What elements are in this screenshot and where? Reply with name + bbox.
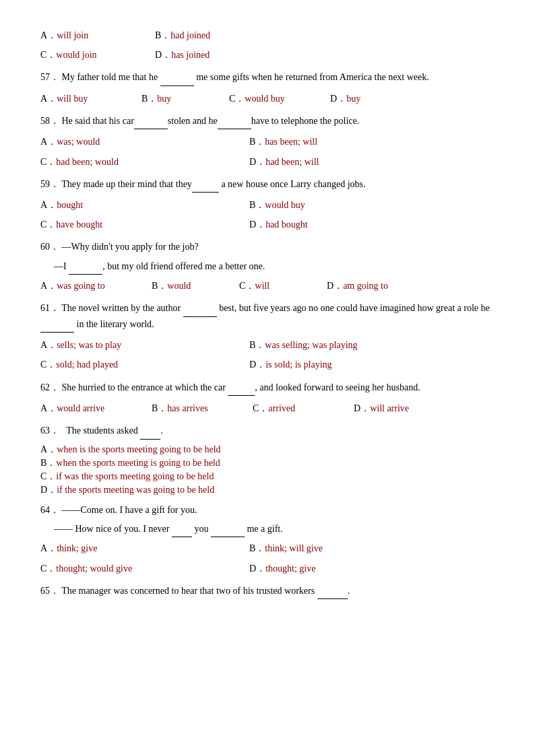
option-C: C．have bought	[40, 216, 243, 233]
question-63: 63． The students asked . A．when is the s…	[40, 423, 495, 495]
option-D: D．had bought	[249, 216, 357, 233]
option-A: A．was; would	[40, 133, 243, 150]
option-C: C．sold; had played	[40, 356, 243, 373]
question-57-text: 57． My father told me that he me some gi…	[40, 70, 495, 85]
options-row-64b: C．thought; would give D．thought; give	[40, 560, 495, 577]
option-D: D．had been; will	[249, 153, 357, 170]
option-B: B．when the sports meeting is going to be…	[40, 457, 495, 469]
option-D: D．if the sports meeting was going to be …	[40, 484, 495, 496]
question-61-text: 61． The novel written by the author best…	[40, 301, 495, 333]
options-row: A．will join B．had joined	[40, 27, 495, 44]
option-D: D．buy	[330, 90, 438, 107]
option-D: D．thought; give	[249, 560, 357, 577]
option-C: C．will	[239, 277, 320, 294]
options-row-60: A．was going to B．would C．will D．am going…	[40, 277, 495, 294]
option-B: B．buy	[141, 90, 222, 107]
option-C: C．had been; would	[40, 153, 243, 170]
option-C: C．would join	[40, 46, 148, 63]
option-D: D．has joined	[155, 46, 263, 63]
option-A: A．when is the sports meeting going to be…	[40, 444, 495, 456]
question-64-line1: 64． ——Come on. I have a gift for you.	[40, 503, 495, 518]
question-60-line2: —I , but my old friend offered me a bett…	[54, 259, 495, 275]
option-A: A．think; give	[40, 540, 243, 557]
options-63: A．when is the sports meeting going to be…	[40, 444, 495, 496]
top-continuation: A．will join B．had joined C．would join D．…	[40, 27, 495, 63]
option-B: B．has been; will	[249, 133, 357, 150]
options-row-59a: A．bought B．would buy	[40, 197, 495, 213]
question-65: 65． The manager was concerned to hear th…	[40, 584, 495, 599]
option-C: C．arrived	[253, 400, 347, 417]
question-59: 59． They made up their mind that they a …	[40, 177, 495, 234]
option-D: D．am going to	[327, 277, 435, 294]
options-row: C．would join D．has joined	[40, 46, 495, 63]
option-B: B．has arrives	[152, 400, 246, 417]
question-60-line1: 60． —Why didn't you apply for the job?	[40, 240, 495, 254]
options-row-61b: C．sold; had played D．is sold; is playing	[40, 356, 495, 373]
option-B: B．would buy	[249, 197, 357, 213]
option-A: A．bought	[40, 197, 243, 213]
options-row-62: A．would arrive B．has arrives C．arrived D…	[40, 400, 495, 417]
option-D: D．is sold; is playing	[249, 356, 357, 373]
question-58: 58． He said that his car stolen and he h…	[40, 114, 495, 170]
option-D: D．will arrive	[354, 400, 462, 417]
option-B: B．think; will give	[249, 540, 357, 557]
option-A: A．would arrive	[40, 400, 145, 417]
question-59-text: 59． They made up their mind that they a …	[40, 177, 495, 193]
options-row-58b: C．had been; would D．had been; will	[40, 153, 495, 170]
question-58-text: 58． He said that his car stolen and he h…	[40, 114, 495, 129]
option-B: B．was selling; was playing	[249, 337, 358, 353]
option-C: C．would buy	[229, 90, 323, 107]
question-61: 61． The novel written by the author best…	[40, 301, 495, 373]
question-62-text: 62． She hurried to the entrance at which…	[40, 380, 495, 396]
question-60: 60． —Why didn't you apply for the job? —…	[40, 240, 495, 294]
options-row-64a: A．think; give B．think; will give	[40, 540, 495, 557]
options-row-58a: A．was; would B．has been; will	[40, 133, 495, 150]
question-64-line2: —— How nice of you. I never you me a gif…	[54, 522, 495, 537]
option-B: B．would	[152, 277, 232, 294]
question-65-text: 65． The manager was concerned to hear th…	[40, 584, 495, 599]
options-row-59b: C．have bought D．had bought	[40, 216, 495, 233]
question-63-text: 63． The students asked .	[40, 423, 495, 439]
question-62: 62． She hurried to the entrance at which…	[40, 380, 495, 417]
option-A: A．was going to	[40, 277, 145, 294]
page-content: A．will join B．had joined C．would join D．…	[40, 27, 495, 599]
option-C: C．if was the sports meeting going to be …	[40, 471, 495, 483]
option-A: A．will join	[40, 27, 148, 44]
options-row-61a: A．sells; was to play B．was selling; was …	[40, 337, 495, 353]
options-row-57: A．will buy B．buy C．would buy D．buy	[40, 90, 495, 107]
option-A: A．will buy	[40, 90, 135, 107]
option-A: A．sells; was to play	[40, 337, 243, 353]
option-B: B．had joined	[155, 27, 263, 44]
question-64: 64． ——Come on. I have a gift for you. ——…	[40, 503, 495, 577]
option-C: C．thought; would give	[40, 560, 243, 577]
question-57: 57． My father told me that he me some gi…	[40, 70, 495, 107]
